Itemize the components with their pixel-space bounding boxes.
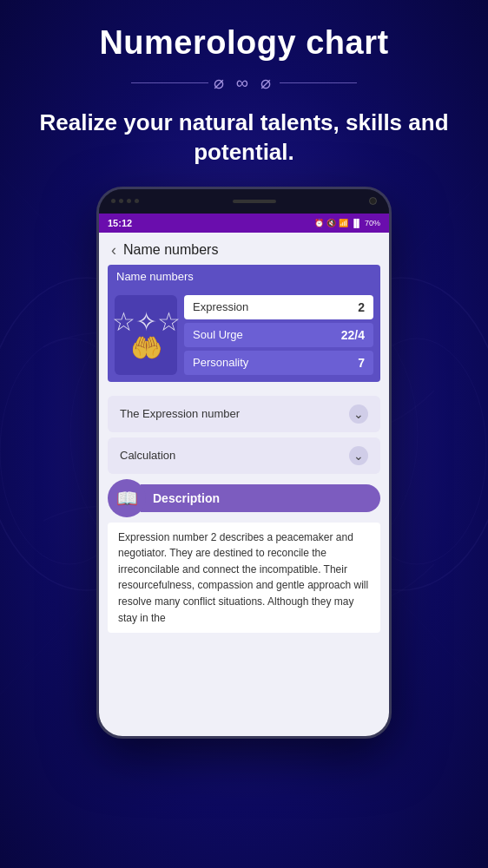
number-row-expression[interactable]: Expression 2 (184, 295, 373, 319)
name-numbers-content: ☆✧☆🤲 Expression 2 Soul Urge 22/4 (108, 288, 380, 382)
soul-urge-value: 22/4 (341, 328, 365, 342)
name-numbers-header: Name numbers (108, 265, 380, 288)
phone-top-bar (99, 189, 389, 214)
front-camera (369, 197, 377, 205)
expression-label: Expression (193, 300, 248, 313)
silent-icon: 🔇 (326, 219, 336, 227)
personality-label: Personality (193, 356, 248, 369)
back-button[interactable]: ‹ (111, 241, 116, 260)
soul-urge-label: Soul Urge (193, 328, 243, 341)
number-row-soul-urge[interactable]: Soul Urge 22/4 (184, 323, 373, 347)
page-title: Numerology chart (99, 24, 388, 62)
accordion-calculation-label: Calculation (120, 449, 175, 462)
speaker-bar (233, 200, 276, 203)
hand-stars-icon: ☆✧☆🤲 (112, 309, 181, 361)
status-bar: 15:12 ⏰ 🔇 📶 ▐▌ 70% (99, 214, 389, 233)
camera-dot-4 (135, 199, 139, 203)
camera-dot-1 (111, 199, 115, 203)
signal-icon: ▐▌ (351, 219, 362, 227)
numbers-list: Expression 2 Soul Urge 22/4 Personality … (184, 295, 373, 375)
personality-value: 7 (358, 356, 365, 370)
chevron-down-icon-2: ⌄ (349, 446, 368, 465)
camera-dot-2 (119, 199, 123, 203)
accordion-expression-label: The Expression number (120, 407, 240, 420)
description-area: 📖 Description (108, 479, 380, 517)
battery-level: 70% (365, 219, 380, 227)
phone-cameras (111, 199, 139, 203)
alarm-icon: ⏰ (314, 219, 324, 227)
description-text: Expression number 2 describes a peacemak… (108, 523, 380, 634)
number-row-personality[interactable]: Personality 7 (184, 351, 373, 375)
accordion-calculation[interactable]: Calculation ⌄ (108, 437, 380, 474)
phone-bottom-bar (99, 633, 389, 647)
icon-area: ☆✧☆🤲 (115, 295, 177, 375)
description-icon-button[interactable]: 📖 (108, 479, 146, 517)
ornament-divider: ⌀ ∞ ⌀ (131, 72, 357, 93)
name-numbers-section: Name numbers ☆✧☆🤲 Expression 2 (99, 265, 389, 391)
phone-screen: ‹ Name numbers Name numbers ☆✧☆🤲 (99, 233, 389, 736)
page-subtitle: Realize your natural talents, skills and… (0, 108, 488, 168)
accordion-expression[interactable]: The Expression number ⌄ (108, 396, 380, 432)
status-icons: ⏰ 🔇 📶 ▐▌ 70% (314, 219, 380, 227)
book-icon: 📖 (116, 488, 138, 509)
chevron-down-icon: ⌄ (349, 404, 368, 424)
description-button[interactable]: Description (141, 484, 380, 512)
phone-nav: ‹ Name numbers (99, 233, 389, 265)
phone-mockup: 15:12 ⏰ 🔇 📶 ▐▌ 70% ‹ Name numbers (96, 187, 392, 739)
nav-title: Name numbers (123, 242, 218, 258)
wifi-icon: 📶 (339, 219, 348, 227)
status-time: 15:12 (108, 218, 132, 228)
camera-dot-3 (127, 199, 131, 203)
expression-value: 2 (358, 300, 365, 314)
